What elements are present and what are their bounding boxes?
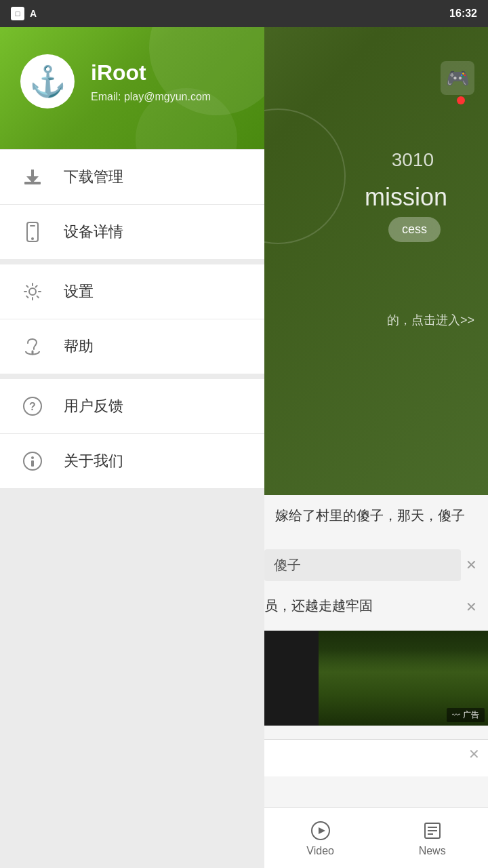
phone-icon bbox=[20, 220, 45, 244]
nav-item-news[interactable]: News bbox=[419, 819, 446, 857]
bottom-nav: Video News bbox=[264, 807, 488, 868]
question-icon: ? bbox=[20, 394, 45, 418]
section-divider-1 bbox=[0, 259, 264, 264]
menu-settings-label: 设置 bbox=[64, 281, 94, 302]
ad-badge: 〰 广告 bbox=[447, 708, 485, 722]
navigation-drawer: ⚓ iRoot Email: play@mgyun.com 下载管理 设备 bbox=[0, 0, 264, 868]
svg-text:?: ? bbox=[29, 401, 36, 412]
news-text-1: 嫁给了村里的傻子，那天，傻子 bbox=[264, 495, 488, 536]
section-divider-2 bbox=[0, 374, 264, 379]
news-image-right: 〰 广告 bbox=[319, 631, 488, 726]
forest-image: 〰 广告 bbox=[319, 631, 488, 726]
svg-rect-18 bbox=[31, 460, 34, 467]
anchor-icon: ⚓ bbox=[29, 64, 66, 99]
menu-help-label: 帮助 bbox=[64, 336, 94, 357]
notification-icon: 🎮 bbox=[446, 67, 470, 90]
ad-wave-icon: 〰 bbox=[452, 711, 460, 720]
news-icon bbox=[421, 819, 444, 842]
status-icon-square: □ bbox=[11, 7, 24, 20]
menu-item-download[interactable]: 下载管理 bbox=[0, 150, 264, 204]
status-bar: □ A 16:32 bbox=[0, 0, 488, 27]
news-text-3: 员，还越走越牢固 bbox=[264, 597, 461, 615]
svg-point-12 bbox=[29, 288, 36, 295]
news-image-area: 〰 广告 bbox=[264, 631, 488, 726]
drawer-avatar: ⚓ bbox=[20, 54, 75, 108]
status-time: 16:32 bbox=[449, 7, 477, 20]
gear-icon bbox=[20, 279, 45, 304]
info-icon bbox=[20, 449, 45, 473]
news-close-btn-1[interactable]: ✕ bbox=[461, 555, 481, 575]
red-dot-badge bbox=[457, 96, 465, 104]
main-button[interactable]: cess bbox=[388, 217, 441, 242]
menu-item-settings[interactable]: 设置 bbox=[0, 264, 264, 319]
help-icon bbox=[20, 334, 45, 359]
menu-item-about[interactable]: 关于我们 bbox=[0, 434, 264, 488]
bottom-notification bbox=[264, 739, 488, 776]
news-label: News bbox=[419, 845, 446, 857]
drawer-email: Email: play@mgyun.com bbox=[91, 91, 211, 103]
menu-about-label: 关于我们 bbox=[64, 451, 123, 471]
menu-device-label: 设备详情 bbox=[64, 222, 123, 242]
drawer-app-name: iRoot bbox=[91, 60, 211, 85]
drawer-empty-area bbox=[0, 489, 264, 868]
video-icon bbox=[309, 819, 332, 842]
svg-point-10 bbox=[31, 237, 34, 240]
news-item-2: 傻子 bbox=[264, 549, 461, 581]
status-bar-left: □ A bbox=[11, 7, 37, 20]
main-number: 3010 bbox=[392, 149, 434, 171]
video-label: Video bbox=[306, 845, 334, 857]
menu-item-device[interactable]: 设备详情 bbox=[0, 205, 264, 259]
svg-point-17 bbox=[31, 456, 34, 459]
drawer-user-info: iRoot Email: play@mgyun.com bbox=[91, 60, 211, 103]
main-mission-text: mission bbox=[365, 183, 447, 212]
notification-badge-area: 🎮 bbox=[441, 61, 474, 95]
main-hint-text: 的，点击进入>> bbox=[387, 312, 474, 328]
nav-item-video[interactable]: Video bbox=[306, 819, 334, 857]
notif-icon-bg: 🎮 bbox=[441, 61, 474, 95]
menu-download-label: 下载管理 bbox=[64, 167, 123, 187]
svg-marker-1 bbox=[319, 827, 325, 834]
notification-close[interactable]: ✕ bbox=[468, 746, 480, 762]
menu-item-feedback[interactable]: ? 用户反馈 bbox=[0, 379, 264, 433]
status-icon-a: A bbox=[30, 8, 37, 19]
news-image-left bbox=[264, 631, 319, 726]
download-icon bbox=[20, 165, 45, 189]
menu-item-help[interactable]: 帮助 bbox=[0, 319, 264, 374]
news-close-btn-2[interactable]: ✕ bbox=[461, 597, 481, 617]
ad-label: 广告 bbox=[463, 709, 479, 721]
menu-feedback-label: 用户反馈 bbox=[64, 396, 123, 416]
svg-rect-11 bbox=[30, 225, 35, 226]
